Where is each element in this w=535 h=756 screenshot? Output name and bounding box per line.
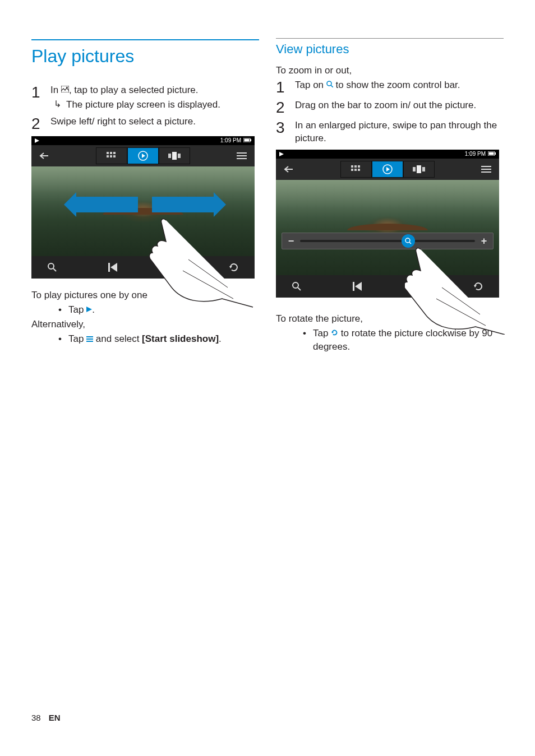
carousel-view-button[interactable] (403, 161, 435, 178)
svg-rect-30 (86, 341, 93, 342)
numbered-steps-zoom: 1 Tap on to show the zoom control bar. 2… (276, 78, 504, 146)
svg-rect-4 (245, 139, 250, 142)
svg-point-51 (405, 238, 410, 243)
svg-rect-35 (489, 152, 494, 155)
play-view-button[interactable] (372, 161, 403, 178)
svg-rect-19 (237, 158, 247, 159)
play-icon (279, 152, 284, 156)
svg-rect-5 (250, 139, 251, 141)
svg-rect-7 (110, 152, 112, 154)
step-body: Drag on the bar to zoom in/ out the pict… (295, 99, 504, 112)
zoom-control-bar[interactable]: − + (282, 233, 494, 249)
screenshot-frame: 1:09 PM (31, 136, 255, 279)
menu-button[interactable] (229, 145, 255, 166)
step-number: 1 (276, 78, 295, 95)
svg-rect-17 (237, 152, 247, 154)
svg-marker-13 (142, 154, 145, 158)
language-code: EN (49, 713, 61, 722)
bullet-text-pre: Tap (313, 328, 331, 338)
svg-rect-47 (422, 167, 425, 171)
bullet-list: • Tap and select [Start slideshow]. (31, 332, 259, 346)
view-mode-segments (302, 161, 473, 178)
menu-button[interactable] (473, 159, 499, 180)
bullet-text-post: . (92, 304, 95, 315)
page-number: 38 (31, 713, 41, 722)
step-body: In an enlarged picture, swipe to pan thr… (295, 119, 504, 146)
svg-rect-10 (110, 155, 112, 157)
carousel-view-button[interactable] (159, 147, 190, 164)
photo-area[interactable] (31, 166, 255, 256)
right-column: View pictures To zoom in or out, 1 Tap o… (276, 38, 504, 354)
bottom-toolbar (276, 275, 499, 298)
menu-icon (86, 332, 93, 346)
result-arrow-icon: ↳ (50, 98, 66, 110)
play-view-button[interactable] (127, 147, 159, 164)
prev-button[interactable] (104, 259, 121, 276)
zoom-thumb[interactable] (402, 234, 415, 248)
status-bar: 1:09 PM (31, 136, 255, 145)
svg-rect-11 (113, 155, 116, 157)
svg-rect-14 (168, 154, 171, 158)
section-heading: Play pictures (31, 39, 259, 69)
svg-rect-8 (113, 152, 116, 154)
swipe-right-arrow-icon (152, 197, 214, 212)
zoom-out-button[interactable]: − (282, 233, 300, 249)
list-item: 2 Drag on the bar to zoom in/ out the pi… (276, 99, 504, 115)
rotate-icon (331, 327, 338, 340)
pause-button[interactable] (409, 278, 426, 295)
svg-rect-50 (481, 171, 491, 173)
svg-point-1 (66, 87, 68, 89)
back-button[interactable] (31, 145, 57, 166)
bullet-text-pre: Tap (68, 333, 86, 344)
grid-view-button[interactable] (96, 147, 127, 164)
grid-view-button[interactable] (340, 161, 372, 178)
next-button[interactable] (165, 259, 182, 276)
bullet-text-post: to rotate the picture clockwise by 90 de… (313, 328, 492, 352)
svg-rect-22 (108, 263, 110, 272)
list-item: 1 Tap on to show the zoom control bar. (276, 78, 504, 95)
battery-icon (488, 150, 496, 158)
play-triangle-icon (86, 303, 92, 316)
back-button[interactable] (276, 159, 302, 180)
list-item: • Tap . (31, 303, 259, 317)
photo-area[interactable]: − + (276, 180, 499, 275)
subheading-zoom: To zoom in or out, (276, 64, 504, 77)
bullet-dot: • (52, 332, 68, 346)
status-bar: 1:09 PM (276, 150, 499, 159)
bullet-text-post: . (219, 333, 222, 344)
svg-point-53 (293, 282, 298, 288)
zoom-in-button[interactable]: + (475, 233, 493, 249)
subheading-play-one: To play pictures one by one (31, 289, 259, 302)
page-footer: 38 EN (31, 712, 61, 723)
option-slideshow: [Start slideshow] (142, 333, 219, 344)
list-item: 2 Swipe left/ right to select a picture. (31, 115, 259, 132)
magnifier-icon (326, 78, 333, 91)
bullet-list: • Tap . (31, 303, 259, 317)
step-body: Tap on to show the zoom control bar. (295, 78, 504, 92)
svg-rect-45 (413, 167, 416, 171)
status-time: 1:09 PM (465, 150, 486, 158)
top-toolbar (31, 145, 255, 166)
list-item: 3 In an enlarged picture, swipe to pan t… (276, 119, 504, 146)
sub-section-heading: View pictures (276, 38, 504, 58)
svg-rect-36 (495, 152, 496, 155)
zoom-button[interactable] (288, 278, 305, 295)
svg-rect-58 (419, 282, 422, 291)
zoom-track[interactable] (300, 240, 475, 242)
rotate-button[interactable] (470, 278, 487, 295)
top-toolbar (276, 159, 499, 180)
svg-marker-56 (355, 282, 362, 291)
svg-rect-42 (358, 169, 360, 171)
screenshot-frame: 1:09 PM − (276, 150, 499, 298)
rotate-button[interactable] (225, 259, 242, 276)
svg-rect-57 (414, 282, 417, 291)
prev-button[interactable] (349, 278, 366, 295)
svg-rect-48 (481, 166, 491, 167)
zoom-button[interactable] (44, 259, 61, 276)
svg-marker-26 (229, 266, 232, 268)
svg-rect-46 (417, 165, 421, 173)
list-item: 1 In , tap to play a selected picture. ↳… (31, 84, 259, 112)
svg-line-32 (331, 85, 333, 87)
left-column: Play pictures 1 In , tap to play a selec… (31, 38, 259, 354)
list-item: • Tap and select [Start slideshow]. (31, 332, 259, 346)
